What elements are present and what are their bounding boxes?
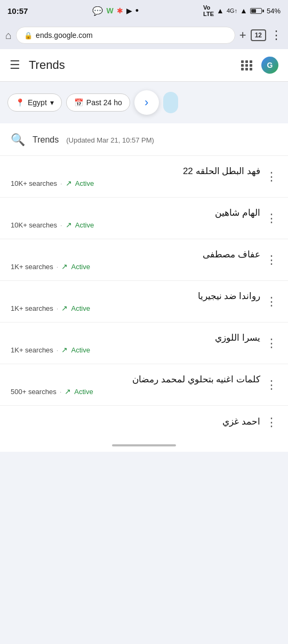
header-left: ☰ Trends [10,58,65,72]
trend-meta: 10K+ searches · ↗ Active [11,179,260,187]
more-options-button[interactable]: ⋮ [260,170,277,184]
grid-apps-icon[interactable] [241,60,253,70]
time-range-filter-button[interactable]: 📅 Past 24 ho [66,93,130,112]
vo-lte-label: VoLTE [203,4,214,17]
trend-status: Active [71,263,90,271]
trending-up-icon: ↗ [61,304,68,312]
w-icon: W [106,6,113,15]
trend-name: الهام شاهين [11,207,260,218]
whatsapp-icon: 💬 [92,6,103,16]
trend-searches: 500+ searches [11,388,57,396]
trend-status: Active [75,221,94,229]
more-options-button[interactable]: ⋮ [260,253,277,267]
trend-name: فهد البطل الحلقه 22 [11,166,260,177]
trend-status: Active [75,179,94,187]
battery-indicator [250,8,264,14]
trend-searches: 1K+ searches [11,263,53,271]
time-range-label: Past 24 ho [86,98,122,107]
trending-up-icon: ↗ [66,221,72,229]
trend-info: كلمات اغنيه بتحلوي لمحمد رمضان 500+ sear… [11,374,260,396]
trend-status: Active [74,388,93,396]
scroll-indicator [0,439,288,452]
signal-bars-1: ▲ [217,6,224,15]
avatar[interactable]: G [261,57,278,74]
location-label: Egypt [28,98,47,107]
browser-menu-button[interactable]: ⋮ [270,28,283,42]
status-icons: 💬 W ✱ ▶ • [92,5,139,17]
trend-meta: 10K+ searches · ↗ Active [11,221,260,229]
next-arrow-button[interactable]: › [134,90,159,115]
separator-dot: · [60,179,62,187]
dot-icon: • [135,5,139,17]
separator-dot: · [57,304,59,312]
trend-searches: 10K+ searches [11,179,57,187]
trending-up-icon: ↗ [66,179,72,187]
separator-dot: · [60,221,62,229]
search-icon: 🔍 [11,133,25,147]
trend-name: رواندا ضد نيجيريا [11,290,260,302]
more-options-button[interactable]: ⋮ [260,295,277,309]
battery-percent: 54% [267,7,281,15]
status-time: 10:57 [7,6,28,15]
url-text: ends.google.com [36,31,93,40]
signal-label-1: 4G↑ [227,7,237,14]
dropdown-arrow-icon: ▾ [50,98,54,107]
trend-name: يسرا اللوزي [11,332,260,343]
trend-meta: 500+ searches · ↗ Active [11,387,260,396]
trend-name: عفاف مصطفى [11,249,260,260]
status-bar: 10:57 💬 W ✱ ▶ • VoLTE ▲ 4G↑ ▲ 54% [0,0,288,21]
signal-bars-2: ▲ [240,6,247,15]
hamburger-menu-icon[interactable]: ☰ [10,58,20,72]
more-options-button[interactable]: ⋮ [260,211,277,225]
url-bar[interactable]: 🔒 ends.google.com [16,27,235,44]
trend-item: يسرا اللوزي 1K+ searches · ↗ Active ⋮ [0,323,288,364]
location-pin-icon: 📍 [15,98,25,107]
youtube-icon: ▶ [126,6,132,15]
separator-dot: · [57,263,59,271]
browser-chrome: ⌂ 🔒 ends.google.com + 12 ⋮ [0,21,288,49]
trend-name: كلمات اغنيه بتحلوي لمحمد رمضان [11,374,260,385]
trend-item: عفاف مصطفى 1K+ searches · ↗ Active ⋮ [0,239,288,281]
location-filter-button[interactable]: 📍 Egypt ▾ [7,93,62,112]
trend-name: احمد غزي [11,416,260,427]
trend-info: الهام شاهين 10K+ searches · ↗ Active [11,207,260,229]
trend-item: فهد البطل الحلقه 22 10K+ searches · ↗ Ac… [0,156,288,198]
trends-title: Trends [33,135,59,145]
trend-info: عفاف مصطفى 1K+ searches · ↗ Active [11,249,260,271]
partial-filter-button[interactable] [163,92,178,113]
home-icon[interactable]: ⌂ [5,29,12,42]
chevron-right-icon: › [145,96,148,109]
trends-section: 🔍 Trends (Updated Mar 21, 10:57 PM) فهد … [0,123,288,439]
trend-item: احمد غزي ⋮ [0,406,288,439]
trend-status: Active [71,304,90,312]
more-options-button[interactable]: ⋮ [260,336,277,350]
new-tab-button[interactable]: + [239,28,246,42]
header-right: G [241,57,278,74]
scroll-bar [112,444,176,446]
trend-info: رواندا ضد نيجيريا 1K+ searches · ↗ Activ… [11,290,260,312]
trend-item: كلمات اغنيه بتحلوي لمحمد رمضان 500+ sear… [0,364,288,406]
app-title: Trends [29,58,65,72]
url-security-icon: 🔒 [24,32,33,40]
more-options-button[interactable]: ⋮ [260,378,277,392]
trending-up-icon: ↗ [65,387,71,396]
trend-meta: 1K+ searches · ↗ Active [11,262,260,271]
separator-dot: · [57,346,59,354]
trend-searches: 10K+ searches [11,221,57,229]
more-options-button[interactable]: ⋮ [260,415,277,429]
app-header: ☰ Trends G [0,49,288,82]
trend-item: الهام شاهين 10K+ searches · ↗ Active ⋮ [0,198,288,239]
trend-searches: 1K+ searches [11,346,53,354]
trend-info: يسرا اللوزي 1K+ searches · ↗ Active [11,332,260,354]
trends-updated-text: (Updated Mar 21, 10:57 PM) [66,136,154,144]
tab-count[interactable]: 12 [251,29,266,41]
filters-bar: 📍 Egypt ▾ 📅 Past 24 ho › [0,82,288,123]
status-right: VoLTE ▲ 4G↑ ▲ 54% [203,4,281,17]
trend-meta: 1K+ searches · ↗ Active [11,304,260,312]
trend-status: Active [71,346,90,354]
trending-up-icon: ↗ [61,262,68,271]
separator-dot: · [60,388,62,396]
calendar-icon: 📅 [74,98,83,107]
trend-item: رواندا ضد نيجيريا 1K+ searches · ↗ Activ… [0,281,288,323]
trends-header: 🔍 Trends (Updated Mar 21, 10:57 PM) [0,123,288,156]
